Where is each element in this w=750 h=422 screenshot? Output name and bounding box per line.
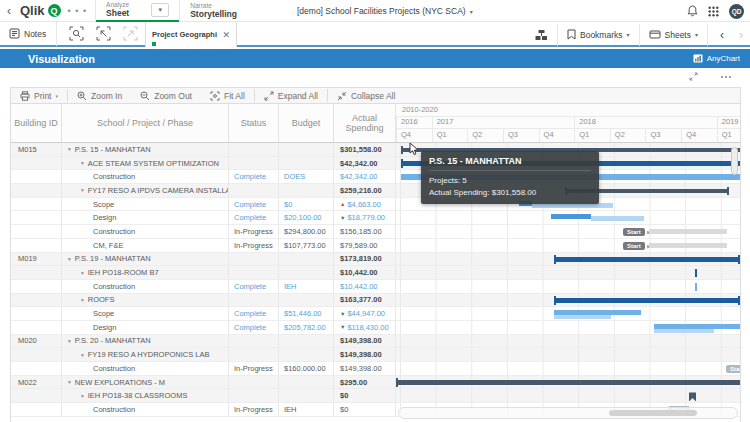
print-button[interactable]: Print ▾ xyxy=(11,88,67,103)
gantt-bar[interactable] xyxy=(554,315,611,319)
collapse-twisty-icon[interactable]: ▾ xyxy=(68,146,71,152)
back-chevron-icon[interactable]: ‹ xyxy=(0,4,18,18)
gantt-row[interactable]: ▾ROOFS$163,377.00 xyxy=(11,294,740,308)
cell-gantt-timeline[interactable]: Start▶ xyxy=(396,362,740,375)
zoom-out-button[interactable]: Zoom Out xyxy=(131,88,201,103)
gantt-bar[interactable] xyxy=(591,216,644,221)
previous-sheet-button[interactable]: ‹ xyxy=(717,28,727,42)
start-milestone-badge[interactable]: Start xyxy=(623,228,645,236)
cell-name[interactable]: Scope xyxy=(62,307,229,320)
header-status[interactable]: Status xyxy=(229,104,279,142)
object-more-menu-icon[interactable] xyxy=(720,75,732,79)
gantt-row[interactable]: M020▾P.S. 20 - MANHATTAN$149,398.00 xyxy=(11,335,740,349)
gantt-row[interactable]: ▾IEH PO18-38 CLASSROOMS$0 xyxy=(11,389,740,403)
notifications-bell-icon[interactable] xyxy=(687,5,698,17)
analyze-sheet-switch[interactable]: Analyze Sheet ▾ xyxy=(96,0,179,22)
fullscreen-icon[interactable] xyxy=(689,72,698,81)
gantt-bar[interactable] xyxy=(649,229,727,234)
collapse-twisty-icon[interactable]: ▾ xyxy=(81,297,84,303)
smart-search-icon[interactable] xyxy=(69,26,84,41)
gantt-bar[interactable] xyxy=(554,298,740,303)
gantt-bar[interactable] xyxy=(649,243,727,248)
cell-name[interactable]: Design xyxy=(62,321,229,334)
zoom-in-button[interactable]: Zoom In xyxy=(68,88,131,103)
horizontal-scrollbar[interactable] xyxy=(398,407,738,419)
collapse-twisty-icon[interactable]: ▾ xyxy=(81,270,84,276)
cell-gantt-timeline[interactable] xyxy=(396,294,740,307)
milestone-flag-icon[interactable] xyxy=(689,392,696,401)
collapse-twisty-icon[interactable]: ▾ xyxy=(68,379,71,385)
collapse-twisty-icon[interactable]: ▾ xyxy=(68,256,71,262)
cell-name[interactable]: Construction xyxy=(62,170,229,183)
gantt-row[interactable]: M022▾NEW EXPLORATIONS - M$295.00 xyxy=(11,376,740,390)
gantt-row[interactable]: ▾FY19 RESO A HYDROPONICS LAB$149,398.00 xyxy=(11,348,740,362)
cell-name[interactable]: Design xyxy=(62,211,229,224)
cell-gantt-timeline[interactable] xyxy=(396,307,740,320)
bookmarks-menu[interactable]: Bookmarks ▾ xyxy=(567,29,630,40)
header-school-project-phase[interactable]: School / Project / Phase xyxy=(62,104,229,142)
expand-all-button[interactable]: Expand All xyxy=(255,88,327,103)
header-building-id[interactable]: Building ID xyxy=(11,104,62,142)
collapse-twisty-icon[interactable]: ▾ xyxy=(68,338,71,344)
tab-close-icon[interactable]: ✕ xyxy=(222,30,230,40)
cell-name[interactable]: ▾ROOFS xyxy=(62,294,229,307)
narrate-storytelling-switch[interactable]: Narrate Storytelling xyxy=(180,0,247,22)
cell-name[interactable]: ▾IEH PO18-38 CLASSROOMS xyxy=(62,389,229,402)
user-avatar[interactable]: QD xyxy=(729,4,744,19)
gantt-row[interactable]: CM, F&EIn-Progress$107,773.00$79,589.00S… xyxy=(11,239,740,253)
gantt-row[interactable]: ScopeComplete$51,446.00▼$44,947.00 xyxy=(11,307,740,321)
cell-gantt-timeline[interactable] xyxy=(396,335,740,348)
cell-gantt-timeline[interactable] xyxy=(396,253,740,266)
gantt-row[interactable]: ▾ACE STEAM SYSTEM OPTIMIZATION$42,342.00 xyxy=(11,157,740,171)
cell-name[interactable]: ▾FY17 RESO A IPDVS CAMERA INSTALLATION xyxy=(62,184,229,197)
tab-project-geographic-distribution[interactable]: Project Geographic D... ✕ xyxy=(145,22,237,47)
app-title-menu[interactable]: [demo] School Facilities Projects (NYC S… xyxy=(297,0,473,22)
gantt-bar[interactable] xyxy=(551,214,591,219)
sheet-dropdown-chevron[interactable]: ▾ xyxy=(151,3,169,17)
cell-name[interactable]: ▾NEW EXPLORATIONS - M xyxy=(62,376,229,389)
gantt-bar[interactable] xyxy=(554,257,740,262)
global-menu-icon[interactable]: • • • xyxy=(68,6,87,16)
collapse-twisty-icon[interactable]: ▾ xyxy=(81,187,84,193)
gantt-milestone-tick[interactable] xyxy=(695,269,697,277)
cell-gantt-timeline[interactable] xyxy=(396,348,740,361)
gantt-row[interactable]: M019▾P.S. 19 - MANHATTAN$173,819.00 xyxy=(11,253,740,267)
cell-name[interactable]: ▾ACE STEAM SYSTEM OPTIMIZATION xyxy=(62,157,229,170)
cell-name[interactable]: Construction xyxy=(62,362,229,375)
gantt-milestone-tick[interactable] xyxy=(695,283,697,291)
gantt-row[interactable]: ConstructionIn-Progress$294,800.00$156,1… xyxy=(11,225,740,239)
collapse-all-button[interactable]: Collapse All xyxy=(328,88,404,103)
gantt-row[interactable]: ScopeComplete$0▲$4,663.00 xyxy=(11,198,740,212)
start-milestone-badge[interactable]: Start xyxy=(623,242,645,250)
gantt-bar[interactable] xyxy=(396,380,740,385)
cell-gantt-timeline[interactable]: Start▶ xyxy=(396,239,740,252)
sheet-layout-icon[interactable] xyxy=(535,29,548,41)
anychart-brand[interactable]: AnyChart xyxy=(693,54,740,63)
collapse-twisty-icon[interactable]: ▾ xyxy=(81,352,84,358)
header-actual-spending[interactable]: ActualSpending xyxy=(334,104,396,142)
cell-name[interactable]: CM, F&E xyxy=(62,239,229,252)
app-launcher-grid-icon[interactable] xyxy=(708,6,719,17)
cell-name[interactable]: ▾P.S. 19 - MANHATTAN xyxy=(62,253,229,266)
sheets-menu[interactable]: Sheets ▾ xyxy=(649,30,698,40)
collapse-twisty-icon[interactable]: ▾ xyxy=(81,393,84,399)
cell-gantt-timeline[interactable] xyxy=(396,266,740,279)
gantt-row[interactable]: ▾FY17 RESO A IPDVS CAMERA INSTALLATION$2… xyxy=(11,184,740,198)
gantt-row[interactable]: ▾IEH PO18-ROOM B7$10,442.00 xyxy=(11,266,740,280)
cell-name[interactable]: Construction xyxy=(62,403,229,416)
notes-button[interactable]: Notes xyxy=(0,21,57,46)
cell-gantt-timeline[interactable]: Start▶ xyxy=(396,225,740,238)
cell-gantt-timeline[interactable] xyxy=(396,280,740,293)
gantt-row[interactable]: M015▾P.S. 15 - MANHATTAN$301,558.00 xyxy=(11,143,740,157)
cell-name[interactable]: Construction xyxy=(62,225,229,238)
gantt-row[interactable]: ConstructionIn-Progress$160,000.00$149,3… xyxy=(11,362,740,376)
cell-gantt-timeline[interactable] xyxy=(396,211,740,224)
gantt-row[interactable]: ConstructionCompleteDOES$42,342.00 xyxy=(11,170,740,184)
cell-gantt-timeline[interactable] xyxy=(396,389,740,402)
selections-back-icon[interactable] xyxy=(96,26,111,41)
qlik-logo[interactable]: Qlik Q xyxy=(20,3,61,18)
cell-name[interactable]: Construction xyxy=(62,280,229,293)
vertical-scrollbar[interactable] xyxy=(730,144,739,420)
cell-name[interactable]: ▾P.S. 20 - MANHATTAN xyxy=(62,335,229,348)
fit-all-button[interactable]: Fit All xyxy=(201,88,254,103)
